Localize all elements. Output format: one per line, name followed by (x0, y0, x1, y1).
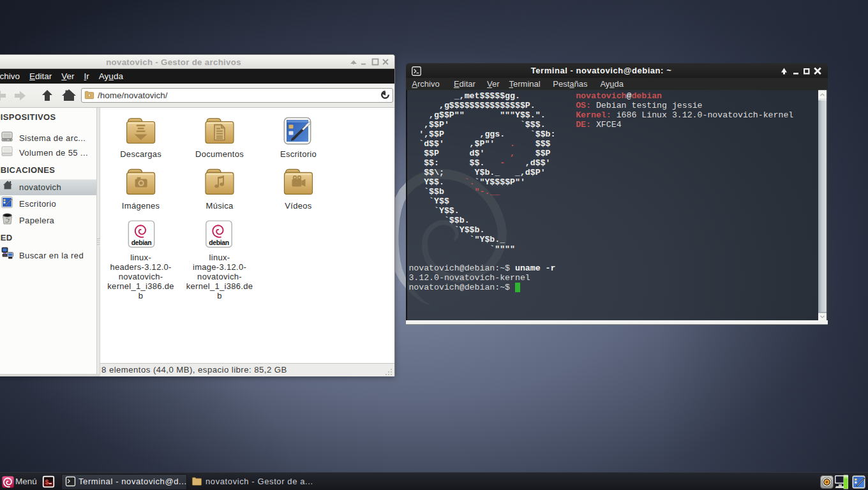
svg-text:$: $ (45, 479, 49, 486)
